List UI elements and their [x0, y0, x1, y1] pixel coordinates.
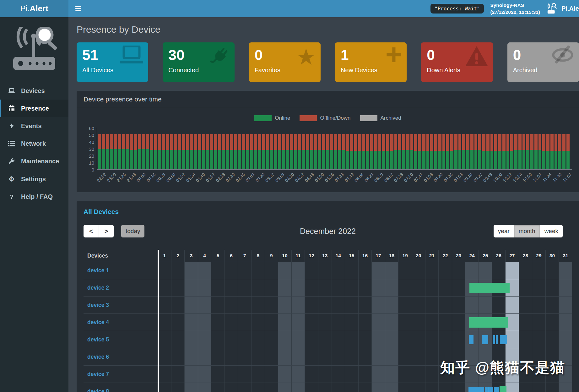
day-cell-28 — [519, 279, 532, 296]
x-tick-label: 05:33 — [334, 172, 345, 183]
day-cell-7 — [238, 262, 251, 279]
view-year-button[interactable]: year — [494, 225, 514, 237]
stacked-bar — [566, 134, 570, 169]
presence-bar-session — [469, 335, 473, 344]
day-cell-5 — [211, 331, 225, 348]
day-cell-17 — [371, 314, 385, 331]
stacked-bar — [522, 134, 526, 169]
day-cell-18 — [385, 297, 398, 313]
day-cell-5 — [211, 279, 225, 296]
presence-bar-session — [493, 335, 495, 344]
device-name-cell: device 8 — [84, 383, 158, 392]
stat-card-archived[interactable]: 0 Archived — [507, 42, 579, 82]
today-button[interactable]: today — [121, 225, 144, 237]
day-cell-20 — [412, 331, 425, 348]
sidebar-item-settings[interactable]: ⚙ Settings — [0, 170, 68, 188]
day-cell-11 — [291, 297, 305, 313]
day-cell-5 — [211, 383, 225, 392]
hamburger-menu-icon[interactable] — [75, 0, 88, 17]
sidebar-item-network[interactable]: Network — [0, 135, 68, 152]
day-cell-1 — [158, 331, 171, 348]
day-cell-4 — [198, 366, 211, 383]
sidebar-item-devices[interactable]: Devices — [0, 82, 68, 100]
device-link[interactable]: device 6 — [87, 354, 109, 360]
device-link[interactable]: device 5 — [87, 336, 109, 343]
day-cell-9 — [265, 348, 278, 365]
day-cell-18 — [385, 383, 398, 392]
x-tick-label: 08:20 — [433, 172, 444, 183]
x-tick-label: 04:43 — [304, 172, 315, 183]
day-cell-23 — [452, 297, 465, 313]
x-tick-label: 07:30 — [403, 172, 414, 183]
page-title: Presence by Device — [77, 24, 579, 35]
sidebar-item-help[interactable]: ? Help / FAQ — [0, 188, 68, 205]
day-cell-29 — [532, 279, 545, 296]
day-cell-3 — [184, 366, 198, 383]
table-row: device 8 — [84, 383, 572, 392]
device-link[interactable]: device 1 — [87, 267, 109, 274]
presence-bar-online — [469, 283, 509, 293]
stat-card-down-alerts[interactable]: 0 Down Alerts — [421, 42, 493, 82]
device-link[interactable]: device 8 — [87, 388, 109, 392]
sidebar: Devices Presence Events Network Maintena… — [0, 17, 68, 392]
day-cell-8 — [251, 348, 265, 365]
app-logo[interactable]: Pi.Alert — [0, 0, 68, 17]
day-cell-17 — [371, 279, 385, 296]
next-month-button[interactable]: > — [99, 225, 114, 237]
x-tick-label: 05:49 — [344, 172, 355, 183]
day-cell-10 — [278, 279, 291, 296]
stacked-bar — [490, 134, 494, 169]
sidebar-item-presence[interactable]: Presence — [0, 100, 68, 117]
device-link[interactable]: device 7 — [87, 371, 109, 378]
day-cell-30 — [545, 297, 559, 313]
stacked-bar — [558, 134, 561, 169]
sidebar-item-events[interactable]: Events — [0, 117, 68, 135]
day-header-11: 11 — [291, 250, 305, 262]
laptop-icon — [119, 46, 144, 65]
day-cell-15 — [345, 279, 358, 296]
sidebar-item-maintenance[interactable]: Maintenance — [0, 152, 68, 170]
view-week-button[interactable]: week — [540, 225, 563, 237]
stacked-bar — [402, 134, 405, 169]
day-cell-12 — [305, 331, 318, 348]
view-month-button[interactable]: month — [514, 225, 540, 237]
day-cell-16 — [358, 279, 372, 296]
day-cell-21 — [425, 314, 439, 331]
stacked-bar — [326, 134, 329, 169]
day-cell-16 — [358, 383, 372, 392]
y-tick-label: 20 — [89, 153, 94, 159]
day-cell-8 — [251, 331, 265, 348]
stat-card-connected[interactable]: 30 Connected — [163, 42, 234, 82]
device-name-cell: device 4 — [84, 314, 158, 331]
day-cell-8 — [251, 297, 265, 313]
day-cell-6 — [225, 348, 238, 365]
stacked-bar — [478, 134, 481, 169]
stacked-bar — [434, 134, 437, 169]
x-tick-label: 06:06 — [354, 172, 365, 183]
stacked-bar — [190, 134, 193, 169]
prev-month-button[interactable]: < — [84, 225, 99, 237]
day-cell-17 — [371, 348, 385, 365]
day-cell-8 — [251, 366, 265, 383]
day-cell-9 — [265, 366, 278, 383]
x-tick-label: 00:33 — [155, 172, 166, 183]
day-cell-15 — [345, 383, 358, 392]
day-cell-29 — [532, 262, 545, 279]
day-cell-16 — [358, 331, 372, 348]
day-cell-21 — [425, 297, 439, 313]
chart-x-axis: 22:5223:0923:2623:4300:0000:1600:3300:50… — [97, 170, 572, 190]
x-tick-label: 11:40 — [552, 172, 563, 183]
stat-card-all-devices[interactable]: 51 All Devices — [77, 42, 148, 82]
stacked-bar — [374, 134, 377, 169]
stacked-bar — [394, 134, 398, 169]
device-link[interactable]: device 2 — [87, 285, 109, 291]
stat-card-new-devices[interactable]: 1 + New Devices — [335, 42, 407, 82]
day-cell-7 — [238, 279, 251, 296]
device-link[interactable]: device 4 — [87, 319, 109, 326]
plus-icon: + — [386, 42, 403, 69]
stacked-bar — [494, 134, 497, 169]
stat-card-favorites[interactable]: 0 ★ Favorites — [249, 42, 321, 82]
day-cell-3 — [184, 262, 198, 279]
chevron-right-icon: > — [105, 228, 108, 235]
device-link[interactable]: device 3 — [87, 302, 109, 308]
